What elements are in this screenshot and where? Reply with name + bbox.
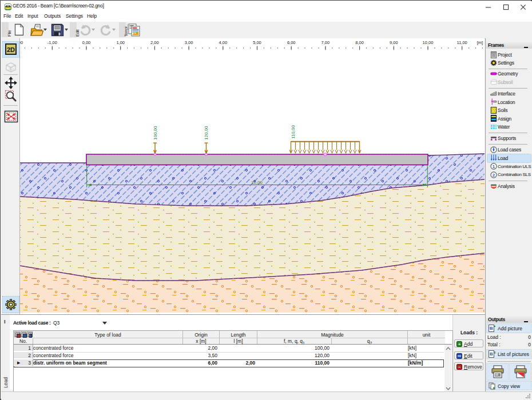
- svg-text:120,00: 120,00: [204, 126, 209, 140]
- svg-text:2: 2: [493, 172, 495, 177]
- svg-text:1: 1: [493, 164, 495, 169]
- svg-text:7,00: 7,00: [321, 40, 330, 45]
- svg-text:0,00: 0,00: [82, 40, 91, 45]
- svg-text:2D: 2D: [7, 46, 15, 53]
- svg-text:3,00: 3,00: [185, 40, 193, 45]
- svg-text:100,00: 100,00: [153, 126, 158, 140]
- svg-text:B: B: [490, 326, 493, 331]
- svg-text:11,00: 11,00: [457, 40, 467, 45]
- svg-text:2,00: 2,00: [150, 40, 159, 45]
- svg-text:1,00: 1,00: [116, 40, 125, 45]
- svg-text:5,00: 5,00: [253, 40, 261, 45]
- svg-text:[m]: [m]: [477, 40, 483, 45]
- svg-text:10,00: 10,00: [423, 40, 434, 45]
- svg-text:110,00: 110,00: [291, 125, 296, 139]
- svg-text:10,00: 10,00: [251, 180, 263, 185]
- svg-text:3D: 3D: [8, 66, 14, 71]
- svg-text:8,00: 8,00: [355, 40, 364, 45]
- svg-text:9,00: 9,00: [390, 40, 398, 45]
- svg-text:6,00: 6,00: [287, 40, 296, 45]
- svg-text:-1,00: -1,00: [47, 40, 57, 45]
- svg-text:B: B: [490, 351, 493, 357]
- svg-text:4,00: 4,00: [219, 40, 227, 45]
- svg-text:-2,00: -2,00: [20, 40, 23, 45]
